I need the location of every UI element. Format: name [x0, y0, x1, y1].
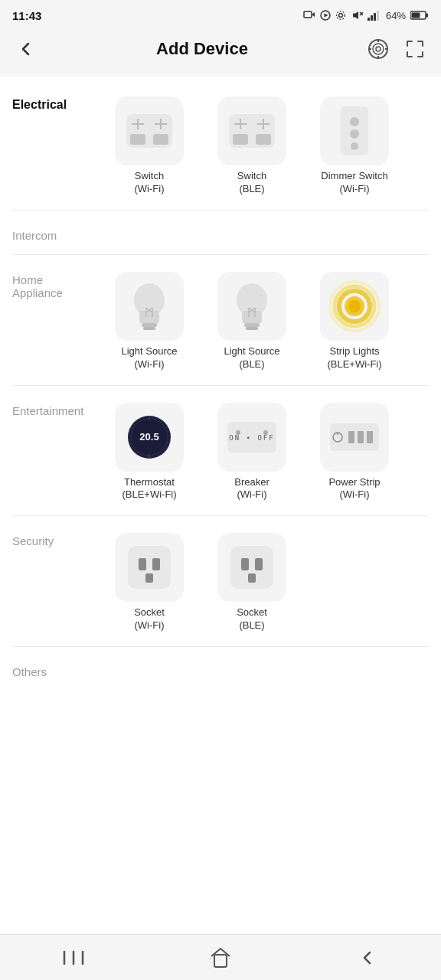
socket-wifi-label: Socket (Wi-Fi) [134, 606, 165, 632]
entertainment-section: Entertainment 20.5 Thermostat [0, 389, 441, 513]
breaker-icon-box: ON • OFF [217, 403, 286, 472]
power-strip-icon [327, 417, 382, 457]
device-dimmer-switch[interactable]: Dimmer Switch (Wi-Fi) [305, 92, 404, 204]
device-light-wifi[interactable]: Light Source (Wi-Fi) [100, 267, 199, 379]
others-section: Others [0, 650, 441, 688]
strip-lights-label: Strip Lights (BLE+Wi-Fi) [327, 345, 381, 371]
svg-rect-15 [426, 14, 429, 18]
svg-point-68 [263, 430, 268, 435]
scan-button[interactable] [364, 35, 392, 63]
scan-icon [367, 38, 390, 60]
dimmer-icon [335, 105, 374, 157]
bottom-nav [0, 934, 441, 980]
divider-2 [12, 254, 429, 255]
light-ble-label: Light Source (BLE) [224, 345, 280, 371]
switch-ble-label: Switch (BLE) [237, 170, 266, 196]
svg-rect-80 [241, 558, 249, 570]
svg-point-4 [338, 14, 342, 18]
header-actions [364, 35, 429, 63]
svg-point-17 [373, 44, 384, 54]
dimmer-switch-icon-box [320, 96, 389, 165]
svg-text:20.5: 20.5 [139, 431, 158, 443]
bulb-wifi-icon [125, 279, 174, 334]
fullscreen-button[interactable] [401, 35, 429, 63]
divider-3 [12, 385, 429, 386]
security-devices: Socket (Wi-Fi) Socket (BLE) [100, 528, 441, 640]
svg-rect-86 [214, 955, 227, 967]
svg-rect-14 [412, 13, 420, 18]
svg-point-5 [336, 11, 345, 20]
device-strip-lights[interactable]: Strip Lights (BLE+Wi-Fi) [305, 267, 404, 379]
entertainment-devices: 20.5 Thermostat (BLE+Wi-Fi) [100, 398, 441, 510]
svg-rect-72 [348, 431, 354, 443]
electrical-section: Electrical Switch [0, 83, 441, 207]
play-icon [320, 10, 331, 21]
menu-icon [63, 949, 84, 967]
svg-rect-10 [371, 15, 373, 21]
security-label: Security [0, 528, 100, 547]
svg-rect-49 [244, 323, 260, 327]
svg-rect-12 [377, 11, 379, 21]
device-thermostat[interactable]: 20.5 Thermostat (BLE+Wi-Fi) [100, 398, 199, 510]
svg-rect-81 [255, 558, 263, 570]
divider-5 [12, 646, 429, 647]
device-light-ble[interactable]: Light Source (BLE) [202, 267, 302, 379]
device-power-strip[interactable]: Power Strip (Wi-Fi) [305, 398, 404, 510]
main-content: Electrical Switch [0, 77, 441, 934]
intercom-label: Intercom [0, 223, 100, 242]
thermostat-icon-box: 20.5 [115, 403, 184, 472]
electrical-label: Electrical [0, 92, 100, 112]
device-switch-wifi[interactable]: Switch (Wi-Fi) [100, 92, 199, 204]
others-label: Others [0, 659, 100, 678]
svg-rect-24 [130, 134, 145, 145]
switch-wifi-icon [122, 111, 176, 151]
svg-rect-76 [139, 558, 146, 570]
power-strip-icon-box [320, 403, 389, 472]
status-bar: 11:43 64% [0, 0, 441, 28]
header: Add Device [0, 28, 441, 74]
socket-ble-icon-box [217, 533, 286, 602]
strip-lights-icon-box [320, 272, 389, 341]
svg-rect-31 [233, 134, 248, 145]
svg-marker-3 [324, 14, 328, 18]
switch-ble-icon-box [217, 96, 286, 165]
light-wifi-icon-box [115, 272, 184, 341]
home-icon [210, 947, 231, 969]
device-socket-ble[interactable]: Socket (BLE) [202, 528, 302, 640]
media-icon [303, 10, 315, 21]
back-nav-button[interactable] [345, 942, 390, 973]
svg-point-59 [348, 300, 361, 312]
svg-rect-50 [246, 327, 258, 330]
light-wifi-label: Light Source (Wi-Fi) [122, 345, 178, 371]
socket-wifi-icon [123, 541, 175, 593]
svg-rect-25 [153, 134, 168, 145]
mute-icon [351, 10, 363, 21]
menu-button[interactable] [51, 942, 96, 973]
breaker-icon: ON • OFF [224, 417, 279, 457]
svg-rect-82 [248, 573, 256, 583]
entertainment-label: Entertainment [0, 398, 100, 417]
back-button[interactable] [12, 35, 40, 63]
power-strip-label: Power Strip (Wi-Fi) [328, 476, 380, 502]
signal-icon [368, 10, 381, 21]
socket-wifi-icon-box [115, 533, 184, 602]
device-socket-wifi[interactable]: Socket (Wi-Fi) [100, 528, 199, 640]
home-appliance-label: Home Appliance [0, 267, 100, 299]
svg-point-16 [369, 40, 387, 58]
intercom-section: Intercom [0, 214, 441, 251]
switch-ble-icon [225, 111, 279, 151]
fullscreen-icon [404, 38, 426, 60]
socket-ble-icon [226, 541, 278, 593]
status-icons: 64% [303, 10, 429, 21]
breaker-label: Breaker (Wi-Fi) [234, 476, 270, 502]
device-breaker[interactable]: ON • OFF Breaker (Wi-Fi) [202, 398, 302, 510]
battery-text: 64% [386, 10, 406, 21]
svg-point-39 [350, 129, 359, 139]
strip-lights-icon [328, 279, 381, 333]
home-button[interactable] [198, 942, 243, 973]
device-switch-ble[interactable]: Switch (BLE) [202, 92, 302, 204]
battery-icon [410, 10, 429, 21]
svg-rect-73 [358, 431, 364, 443]
svg-rect-43 [143, 327, 155, 330]
svg-rect-77 [152, 558, 160, 570]
